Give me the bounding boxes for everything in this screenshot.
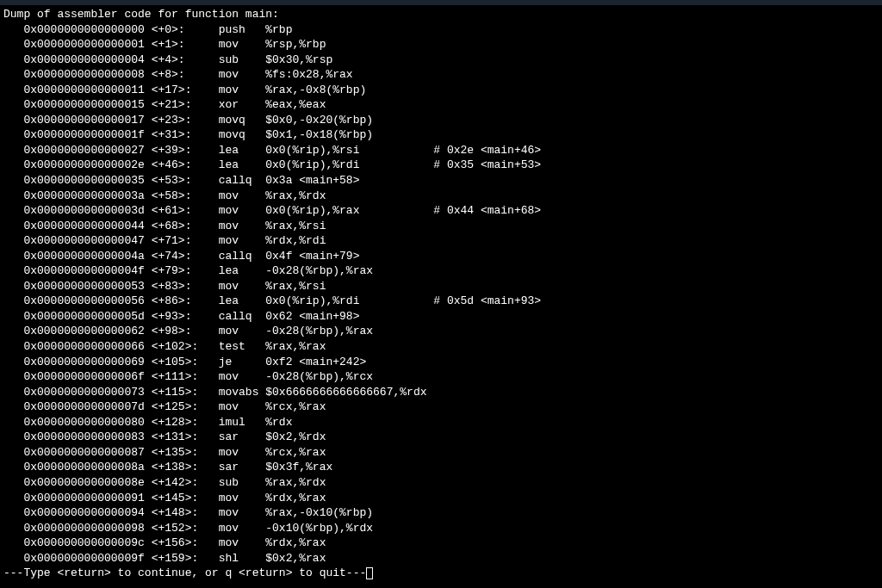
asm-line: 0x0000000000000080 <+128>: imul %rdx <box>3 415 879 430</box>
disassembly-header: Dump of assembler code for function main… <box>3 7 879 22</box>
tab-bar <box>0 0 882 5</box>
asm-line: 0x0000000000000062 <+98>: mov -0x28(%rbp… <box>3 324 879 339</box>
asm-line: 0x000000000000005d <+93>: callq 0x62 <ma… <box>3 309 879 325</box>
asm-line: 0x0000000000000015 <+21>: xor %eax,%eax <box>3 97 879 113</box>
asm-line: 0x000000000000008a <+138>: sar $0x3f,%ra… <box>3 460 879 475</box>
asm-line: 0x000000000000009f <+159>: shl $0x2,%rax <box>3 551 879 566</box>
asm-line: 0x0000000000000035 <+53>: callq 0x3a <ma… <box>3 173 879 189</box>
asm-line: 0x000000000000007d <+125>: mov %rcx,%rax <box>3 399 879 415</box>
asm-line: 0x0000000000000053 <+83>: mov %rax,%rsi <box>3 279 879 294</box>
asm-line: 0x0000000000000011 <+17>: mov %rax,-0x8(… <box>3 83 879 98</box>
asm-line: 0x000000000000006f <+111>: mov -0x28(%rb… <box>3 369 879 385</box>
asm-line: 0x0000000000000004 <+4>: sub $0x30,%rsp <box>3 53 879 68</box>
asm-line: 0x000000000000003a <+58>: mov %rax,%rdx <box>3 189 879 204</box>
asm-line: 0x0000000000000073 <+115>: movabs $0x666… <box>3 385 879 400</box>
asm-line: 0x0000000000000027 <+39>: lea 0x0(%rip),… <box>3 143 879 158</box>
cursor-icon <box>366 567 373 579</box>
asm-line: 0x0000000000000047 <+71>: mov %rdx,%rdi <box>3 233 879 249</box>
asm-line: 0x0000000000000098 <+152>: mov -0x10(%rb… <box>3 521 879 536</box>
asm-line: 0x0000000000000069 <+105>: je 0xf2 <main… <box>3 355 879 370</box>
asm-line: 0x0000000000000083 <+131>: sar $0x2,%rdx <box>3 430 879 445</box>
asm-line: 0x000000000000004f <+79>: lea -0x28(%rbp… <box>3 263 879 279</box>
asm-line: 0x000000000000002e <+46>: lea 0x0(%rip),… <box>3 158 879 173</box>
asm-line: 0x0000000000000008 <+8>: mov %fs:0x28,%r… <box>3 67 879 83</box>
asm-line: 0x000000000000004a <+74>: callq 0x4f <ma… <box>3 249 879 264</box>
asm-line: 0x0000000000000094 <+148>: mov %rax,-0x1… <box>3 505 879 521</box>
asm-line: 0x0000000000000066 <+102>: test %rax,%ra… <box>3 339 879 355</box>
pager-prompt-text: ---Type <return> to continue, or q <retu… <box>3 566 366 581</box>
asm-line: 0x0000000000000056 <+86>: lea 0x0(%rip),… <box>3 294 879 309</box>
asm-line: 0x0000000000000091 <+145>: mov %rdx,%rax <box>3 491 879 506</box>
pager-prompt[interactable]: ---Type <return> to continue, or q <retu… <box>3 566 879 581</box>
asm-line: 0x0000000000000087 <+135>: mov %rcx,%rax <box>3 445 879 461</box>
disassembly-output: Dump of assembler code for function main… <box>3 7 879 581</box>
asm-line: 0x0000000000000000 <+0>: push %rbp <box>3 22 879 38</box>
asm-line: 0x000000000000009c <+156>: mov %rdx,%rax <box>3 535 879 551</box>
asm-line: 0x0000000000000001 <+1>: mov %rsp,%rbp <box>3 37 879 53</box>
asm-line: 0x000000000000001f <+31>: movq $0x1,-0x1… <box>3 127 879 143</box>
asm-line: 0x000000000000008e <+142>: sub %rax,%rdx <box>3 475 879 491</box>
asm-line: 0x0000000000000017 <+23>: movq $0x0,-0x2… <box>3 113 879 128</box>
asm-line: 0x0000000000000044 <+68>: mov %rax,%rsi <box>3 219 879 234</box>
asm-listing: 0x0000000000000000 <+0>: push %rbp 0x000… <box>3 22 879 566</box>
asm-line: 0x000000000000003d <+61>: mov 0x0(%rip),… <box>3 203 879 219</box>
